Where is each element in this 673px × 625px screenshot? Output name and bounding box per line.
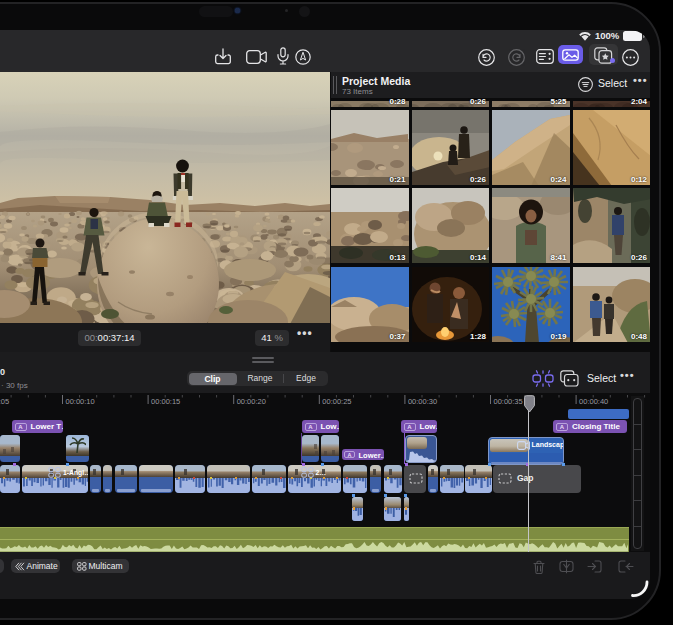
svg-text:00:00:05: 00:00:05 (0, 397, 9, 406)
svg-text:00:00:40: 00:00:40 (579, 397, 608, 406)
svg-text:00:00:25: 00:00:25 (322, 397, 351, 406)
svg-text:00:00:30: 00:00:30 (408, 397, 437, 406)
svg-text:00:00:20: 00:00:20 (237, 397, 266, 406)
svg-text:00:00:35: 00:00:35 (494, 397, 523, 406)
svg-text:00:00:15: 00:00:15 (151, 397, 180, 406)
svg-text:00:00:10: 00:00:10 (66, 397, 95, 406)
